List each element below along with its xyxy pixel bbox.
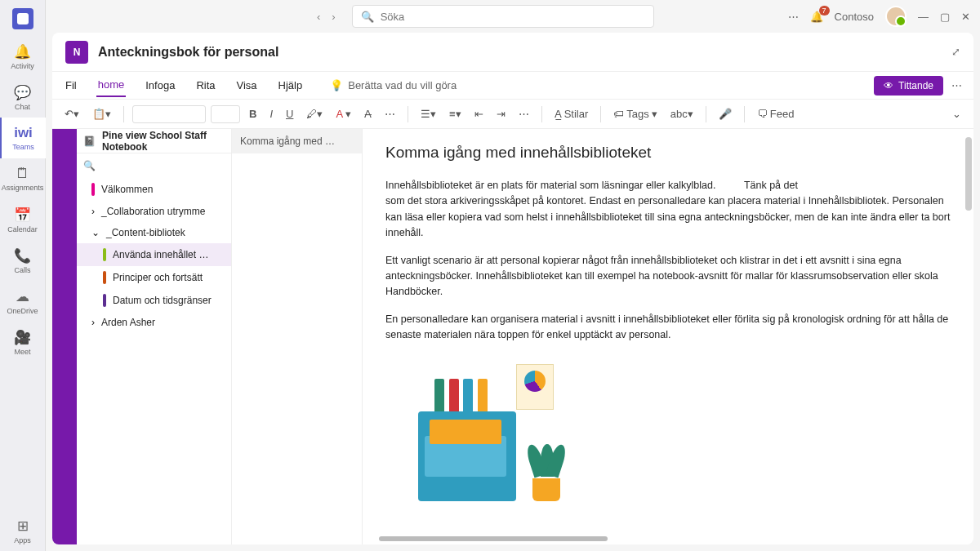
tags-button[interactable]: 🏷 Tags▾ (609, 104, 661, 123)
tree-dates[interactable]: Datum och tidsgränser (77, 289, 231, 312)
bulb-icon: 💡 (330, 79, 343, 91)
font-family-select[interactable] (132, 105, 206, 123)
spellcheck-button[interactable]: abc▾ (666, 104, 697, 123)
back-icon[interactable]: ‹ (317, 11, 320, 23)
font-color-button[interactable]: A▾ (332, 104, 355, 123)
notebook-tree: 📓 Pine view School Staff Notebook 🔍 Välk… (77, 129, 232, 544)
notebook-header[interactable]: 📓 Pine view School Staff Notebook (77, 129, 231, 153)
search-input[interactable]: 🔍 Söka (352, 5, 654, 28)
paragraph: En personalledare kan organisera materia… (385, 312, 951, 344)
tab-insert[interactable]: Infoga (144, 74, 176, 96)
minimize-icon[interactable]: — (918, 11, 929, 23)
search-icon: 🔍 (361, 11, 374, 23)
rail-chat[interactable]: 💬Chat (0, 77, 46, 118)
bullets-button[interactable]: ☰▾ (416, 104, 440, 123)
chevron-right-icon: › (91, 206, 95, 217)
tab-file[interactable]: Fil (64, 74, 78, 96)
notebook-content: 📓 Pine view School Staff Notebook 🔍 Välk… (52, 129, 973, 544)
ribbon-more-icon[interactable]: ⋯ (951, 79, 962, 91)
underline-button[interactable]: U (282, 104, 297, 123)
indent-button[interactable]: ⇥ (492, 104, 510, 123)
paragraph: Innehållsbiblioteket är en plats för mat… (385, 178, 951, 242)
cloud-icon: ☁ (16, 288, 29, 305)
outdent-button[interactable]: ⇤ (470, 104, 488, 123)
font-size-select[interactable] (211, 105, 240, 123)
tab-view[interactable]: Visa (235, 74, 259, 96)
phone-icon: 📞 (14, 247, 31, 264)
tree-using[interactable]: Använda innehållet … (77, 243, 231, 266)
rail-assignments[interactable]: 🗒Assignments (0, 158, 46, 199)
viewing-button[interactable]: 👁Tittande (874, 76, 943, 96)
rail-calls[interactable]: 📞Calls (0, 240, 46, 281)
tree-welcome[interactable]: Välkommen (77, 178, 231, 201)
chevron-right-icon: › (91, 317, 95, 328)
vertical-scrollbar[interactable] (965, 137, 972, 211)
horizontal-scrollbar[interactable] (379, 536, 608, 541)
calendar-icon: 📅 (14, 207, 31, 224)
highlight-button[interactable]: 🖊▾ (302, 104, 327, 123)
apps-icon: ⊞ (17, 518, 29, 535)
bell-icon: 🔔 (14, 43, 31, 60)
numbering-button[interactable]: ≡▾ (445, 104, 466, 123)
eye-icon: 👁 (884, 80, 893, 91)
tab-help[interactable]: Hjälp (277, 74, 305, 96)
dictate-button[interactable]: 🎤 (715, 104, 736, 123)
tree-arden[interactable]: ›Arden Asher (77, 312, 231, 333)
search-placeholder: Söka (381, 11, 405, 23)
rail-meet[interactable]: 🎥Meet (0, 322, 46, 362)
teams-icon: iwi (14, 125, 33, 141)
more-icon[interactable]: ⋯ (788, 11, 799, 23)
section-color-bar (52, 129, 77, 544)
page-list: Komma igång med … (232, 129, 363, 544)
rail-apps[interactable]: ⊞Apps (0, 510, 46, 551)
styles-button[interactable]: A̲ Stilar (550, 104, 593, 123)
paragraph: Ett vanligt scenario är att personal kop… (385, 253, 951, 300)
ribbon-chevron-icon[interactable]: ⌄ (948, 104, 965, 123)
history-nav: ‹ › (317, 11, 336, 23)
app-rail: 🔔Activity 💬Chat iwiTeams 🗒Assignments 📅C… (0, 0, 46, 551)
tree-content[interactable]: ⌄_Content-bibliotek (77, 222, 231, 243)
clipboard-button[interactable]: 📋▾ (88, 104, 115, 123)
page-canvas[interactable]: Komma igång med innehållsbiblioteket Inn… (363, 129, 973, 544)
page-title: Komma igång med innehållsbiblioteket (385, 144, 951, 162)
video-icon: 🎥 (14, 329, 31, 346)
chat-icon: 💬 (14, 84, 31, 101)
onenote-icon: N (65, 41, 88, 64)
tree-search-icon[interactable]: 🔍 (83, 160, 96, 171)
tab-draw[interactable]: Rita (194, 74, 216, 96)
rail-activity[interactable]: 🔔Activity (0, 36, 46, 77)
rail-calendar[interactable]: 📅Calendar (0, 199, 46, 240)
illustration (385, 354, 598, 518)
ribbon-tabs: Fil home Infoga Rita Visa Hjälp 💡Berätta… (52, 72, 973, 100)
tree-principles[interactable]: Principer och fortsätt (77, 266, 231, 289)
chevron-down-icon: ⌄ (91, 227, 100, 238)
rail-onedrive[interactable]: ☁OneDrive (0, 281, 46, 322)
assignments-icon: 🗒 (16, 166, 29, 182)
tab-home[interactable]: home (96, 73, 127, 97)
titlebar: ‹ › 🔍 Söka ⋯ 🔔 Contoso — ▢ ✕ (46, 0, 980, 33)
clear-format-button[interactable]: A̶ (360, 104, 376, 123)
bold-button[interactable]: B (245, 104, 261, 123)
formatting-toolbar: ↶▾ 📋▾ B I U 🖊▾ A▾ A̶ ⋯ ☰▾ ≡▾ ⇤ ⇥ ⋯ A̲ St… (52, 100, 973, 129)
tenant-label: Contoso (835, 11, 874, 23)
tree-collab[interactable]: ›_Collaboration utrymme (77, 201, 231, 222)
app-header: N Anteckningsbok för personal ⤢ (52, 33, 973, 72)
main-area: ‹ › 🔍 Söka ⋯ 🔔 Contoso — ▢ ✕ N Antecknin… (46, 0, 980, 551)
italic-button[interactable]: I (265, 104, 277, 123)
book-icon: 📓 (83, 136, 96, 147)
rail-teams[interactable]: iwiTeams (0, 118, 46, 158)
more-para-icon[interactable]: ⋯ (514, 104, 533, 123)
more-font-icon[interactable]: ⋯ (381, 104, 399, 123)
app-title: Anteckningsbok för personal (98, 45, 278, 60)
notification-badge[interactable]: 🔔 (810, 11, 823, 23)
page-item[interactable]: Komma igång med … (232, 129, 362, 153)
forward-icon[interactable]: › (332, 11, 335, 23)
close-icon[interactable]: ✕ (961, 11, 970, 23)
avatar[interactable] (885, 6, 906, 27)
expand-icon[interactable]: ⤢ (951, 46, 960, 58)
feed-button[interactable]: 🗨 Feed (753, 104, 799, 123)
teams-logo (12, 8, 33, 29)
tell-me[interactable]: 💡Berätta vad du vill göra (330, 79, 457, 91)
maximize-icon[interactable]: ▢ (940, 11, 950, 23)
undo-button[interactable]: ↶▾ (60, 104, 83, 123)
